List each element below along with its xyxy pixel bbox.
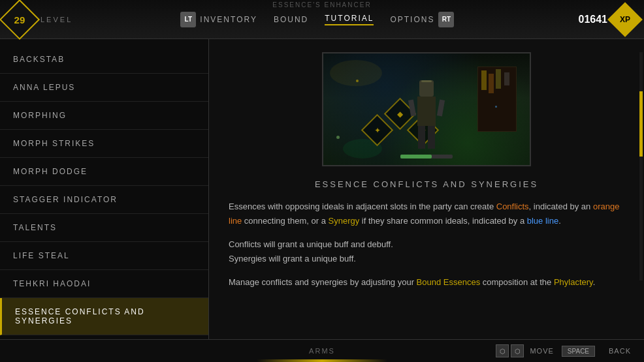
synergy-word: Synergy: [329, 216, 360, 226]
left-sidebar: BACKSTAB ANNA LEPUS MorPHING MORPH STRIK…: [0, 39, 209, 339]
nav-item-inventory[interactable]: LT INVENTORY: [180, 12, 257, 27]
xp-value: 01641: [579, 14, 608, 25]
sidebar-item-essence-conflicts[interactable]: ESSENCE CONFLICTS AND SYNERGIES: [0, 298, 208, 335]
ambient-light-1: [330, 60, 382, 86]
move-control-group: ⬡ ⬡ MOVE: [496, 344, 553, 357]
level-badge-inner: 29: [14, 14, 25, 24]
sidebar-item-backstab[interactable]: BACKSTAB: [0, 46, 208, 74]
shelf-item-2: [489, 74, 494, 93]
conflicts-word: Conflicts: [496, 202, 529, 211]
xp-badge: XP: [607, 2, 643, 37]
skill-icon-2-inner: ◆: [397, 110, 403, 119]
sidebar-item-anna-lepus[interactable]: ANNA LEPUS: [0, 74, 208, 102]
para1-mid1: , indicated by an: [529, 202, 593, 211]
char-leg-right: [428, 126, 435, 149]
content-paragraph-3: Manage conflicts and synergies by adjust…: [229, 275, 624, 290]
content-paragraph-1: Essences with opposing ideals in adjacen…: [229, 200, 624, 228]
particle-1: [356, 80, 359, 82]
space-key: SPACE: [562, 346, 595, 357]
top-small-text: ESSENCE'S ENHANCER: [272, 1, 371, 8]
para1-end: if they share common ideals, indicated b…: [359, 216, 527, 226]
nav-inventory-label: INVENTORY: [200, 15, 257, 24]
section-title: ESSENCE CONFLICTS AND SYNERGIES: [229, 179, 624, 189]
content-paragraph-2: Conflicts will grant a unique buff and d…: [229, 237, 624, 266]
para3-pre: Manage conflicts and synergies by adjust…: [229, 277, 417, 287]
level-number: 29: [14, 14, 25, 24]
para1-mid2: connecting them, or a: [242, 216, 328, 226]
background-shelf: [477, 67, 517, 132]
top-nav-bar: ESSENCE'S ENHANCER 29 LEVEL LT INVENTORY…: [0, 0, 644, 39]
char-legs: [417, 126, 436, 149]
bound-essences-text: Bound Essences: [417, 277, 481, 287]
char-head: [419, 80, 434, 97]
move-label: MOVE: [530, 347, 553, 355]
phylactery-text: Phylactery: [554, 277, 593, 287]
sidebar-item-morphing[interactable]: MorPHING: [0, 102, 208, 130]
nav-item-tutorial[interactable]: TUTORIAL: [325, 14, 374, 25]
back-label: BACK: [609, 347, 631, 355]
sidebar-item-talents[interactable]: TALENTS: [0, 214, 208, 242]
back-control-group: BACK: [609, 347, 631, 355]
nav-options-label: OPTIONS: [390, 15, 434, 24]
xp-area: 01641 XP: [579, 7, 638, 32]
health-bar-fill: [400, 155, 432, 158]
dpad-icon: ⬡: [496, 344, 509, 357]
level-label: LEVEL: [40, 16, 72, 23]
app-wrapper: ESSENCE'S ENHANCER 29 LEVEL LT INVENTORY…: [0, 0, 644, 362]
particle-3: [336, 136, 340, 139]
bottom-controls: ⬡ ⬡ MOVE SPACE BACK: [496, 344, 631, 357]
para3-mid: composition at the: [480, 277, 554, 287]
space-control-group: SPACE: [562, 346, 601, 357]
rt-button: RT: [438, 12, 454, 27]
move-icons: ⬡ ⬡: [496, 344, 524, 357]
sidebar-item-life-steal[interactable]: LIFE STEAL: [0, 242, 208, 270]
particle-2: [495, 106, 497, 108]
nav-item-bound[interactable]: BOUND: [274, 15, 308, 24]
char-helmet: [421, 80, 432, 82]
shelf-item-1: [481, 70, 487, 90]
health-bar: [400, 155, 453, 158]
char-torso: [417, 97, 436, 126]
sidebar-item-morph-dodge[interactable]: MORPH DODGE: [0, 158, 208, 186]
nav-bound-label: BOUND: [274, 15, 308, 24]
game-screenshot: ✦ ◆ ✦: [322, 52, 531, 166]
shelf-item-3: [496, 69, 501, 89]
char-leg-left: [418, 126, 425, 149]
skill-icon-1-inner: ✦: [374, 126, 381, 135]
para1-pre: Essences with opposing ideals in adjacen…: [229, 202, 496, 211]
bottom-center-text: ARMS: [309, 347, 335, 355]
bottom-line-decoration: [257, 359, 387, 362]
sidebar-item-morph-strikes[interactable]: MORPH STRIKES: [0, 130, 208, 158]
nav-tutorial-label: TUTORIAL: [325, 14, 374, 23]
para1-dot: .: [558, 216, 561, 226]
shelf-item-4: [504, 72, 509, 85]
blue-line-text: blue line: [527, 216, 558, 226]
nav-item-options[interactable]: OPTIONS RT: [390, 12, 454, 27]
level-badge: 29: [0, 0, 40, 40]
dpad-icon-2: ⬡: [511, 344, 524, 357]
main-content: BACKSTAB ANNA LEPUS MorPHING MORPH STRIK…: [0, 39, 644, 339]
sidebar-item-stagger[interactable]: STAGGER INDICATOR: [0, 186, 208, 214]
character-figure: [417, 80, 436, 149]
lt-button: LT: [180, 12, 196, 27]
xp-label: XP: [620, 14, 630, 23]
bottom-bar: ARMS ⬡ ⬡ MOVE SPACE BACK: [0, 339, 644, 362]
nav-items: LT INVENTORY BOUND TUTORIAL OPTIONS RT: [72, 12, 578, 27]
para3-dot: .: [593, 277, 596, 287]
right-content: ✦ ◆ ✦: [209, 39, 644, 339]
sidebar-item-tehkri[interactable]: TEHKRI HAODAI: [0, 270, 208, 298]
